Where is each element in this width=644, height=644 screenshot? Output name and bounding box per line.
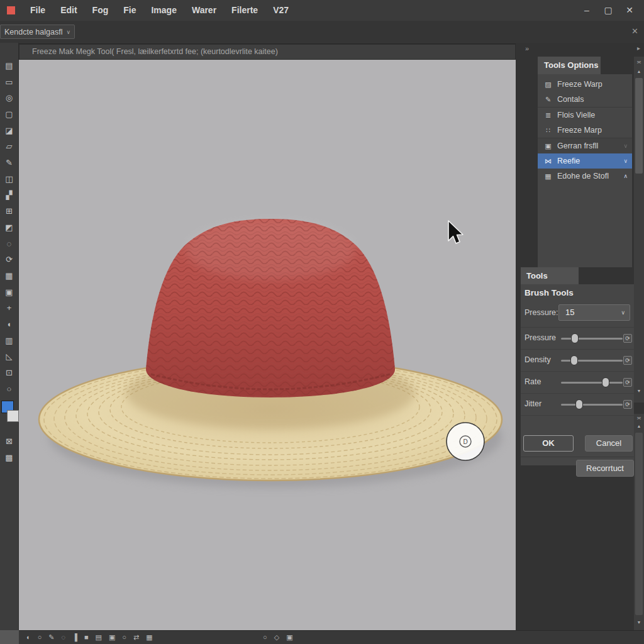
slider-track[interactable] <box>561 338 623 340</box>
chevron-icon[interactable]: ∧ <box>623 173 628 179</box>
scrollbar-top[interactable]: ≍ ▲ ▼ <box>634 57 644 402</box>
status-icon[interactable]: ◌ <box>62 630 66 644</box>
mask-tool-icon[interactable]: ▥ <box>0 333 19 349</box>
rotate-tool-icon[interactable]: ⟳ <box>0 252 19 268</box>
status-icon[interactable]: ▦ <box>146 630 152 644</box>
reconstruct-button[interactable]: Recorrtuct <box>576 460 634 477</box>
menu-fog[interactable]: Fog <box>85 0 116 21</box>
scroll-down-icon[interactable]: ▼ <box>634 389 644 393</box>
tool-item-reefie[interactable]: ⋈ Reefie ∨ <box>538 153 632 169</box>
slider-thumb[interactable] <box>602 377 609 387</box>
tool-item-contals[interactable]: ✎ Contals <box>538 92 632 108</box>
tool-item-flois-vielle[interactable]: ≣ Flois Vielle <box>538 108 632 123</box>
slider-track[interactable] <box>561 404 623 406</box>
maximize-button[interactable]: ▢ <box>597 0 619 21</box>
status-icon[interactable]: ◐ <box>26 630 31 644</box>
page-tool-icon[interactable]: ▱ <box>0 138 19 155</box>
status-icon[interactable]: ▣ <box>286 630 292 644</box>
smudge-tool-icon[interactable]: ◖ <box>0 316 19 333</box>
ruler-tool-icon[interactable]: ◺ <box>0 348 19 365</box>
slider-thumb[interactable] <box>571 333 579 343</box>
cancel-button[interactable]: Cancel <box>585 435 633 452</box>
grid-tool-icon[interactable]: ▦ <box>0 268 19 284</box>
brush-tools-heading: Brush Tools <box>525 288 574 297</box>
scroll-up-icon[interactable]: ▲ <box>634 69 644 74</box>
frame-tool-icon[interactable]: ▢ <box>0 106 19 123</box>
options-close-icon[interactable]: ✕ <box>631 26 638 36</box>
status-icon[interactable]: ▤ <box>96 630 102 644</box>
tool-item-freeze-marp[interactable]: ∷ Freeze Marp <box>538 123 632 138</box>
slider-jitter: Jitter ⟳ <box>521 394 634 416</box>
scrollbar-bottom[interactable]: ≍ ▲ ▼ <box>634 414 644 630</box>
menu-filerte[interactable]: Filerte <box>224 0 265 21</box>
roller-tool-icon[interactable]: ▭ <box>0 74 19 91</box>
tool-item-icon: ▦ <box>543 172 553 180</box>
status-icon[interactable]: ◇ <box>274 630 279 644</box>
scroll-down-icon[interactable]: ▼ <box>634 620 644 625</box>
status-icon[interactable]: ○ <box>38 630 42 644</box>
panel-flyout-icon[interactable]: ≍ <box>635 415 643 421</box>
panel-expand-icon[interactable]: ▸ <box>637 45 640 52</box>
swatch-tool-icon[interactable]: ▣ <box>0 284 19 301</box>
scrollbar-thumb[interactable] <box>635 78 643 174</box>
pressure-dropdown[interactable]: 15 ∨ <box>558 304 630 321</box>
slider-thumb[interactable] <box>575 399 583 409</box>
pattern-tool-icon[interactable]: ▩ <box>0 450 19 466</box>
zoom-box-tool-icon[interactable]: ◎ <box>0 90 19 106</box>
ok-button[interactable]: OK <box>523 435 574 452</box>
status-icon[interactable]: ▣ <box>109 630 115 644</box>
slider-reset-button[interactable]: ⟳ <box>623 400 632 409</box>
canvas[interactable]: D <box>19 60 516 630</box>
chevron-icon[interactable]: ∨ <box>623 143 628 149</box>
option-kendcte[interactable]: Kendcte halgasfl ∨ <box>0 25 75 39</box>
menu-v27[interactable]: V27 <box>265 0 296 21</box>
slider-reset-button[interactable]: ⟳ <box>623 356 632 365</box>
status-bar-corner <box>0 630 19 644</box>
move-tool-icon[interactable]: + <box>0 300 19 316</box>
menu-image[interactable]: Image <box>143 0 184 21</box>
minimize-button[interactable]: – <box>576 0 597 21</box>
panel-collapse-icon[interactable]: » <box>525 45 529 52</box>
bucket-tool-icon[interactable]: ▞ <box>0 187 19 204</box>
window-controls: – ▢ ✕ <box>576 0 640 21</box>
slider-reset-button[interactable]: ⟳ <box>623 334 632 343</box>
crop-tool-icon[interactable]: ⊞ <box>0 203 19 219</box>
menu-fie[interactable]: Fie <box>116 0 143 21</box>
status-icon[interactable]: ○ <box>263 630 267 644</box>
status-icon[interactable]: ▐ <box>72 630 77 644</box>
slider-track[interactable] <box>561 360 623 362</box>
eraser2-tool-icon[interactable]: ◩ <box>0 219 19 236</box>
tool-item-label: Edohe de Stofl <box>557 172 609 180</box>
knife-tool-icon[interactable]: ✎ <box>0 155 19 171</box>
menu-edit[interactable]: Edit <box>53 0 84 21</box>
tab-tools-options-bottom[interactable]: Tools Options <box>521 267 579 284</box>
status-icon[interactable]: ○ <box>122 630 126 644</box>
clone-tool-icon[interactable]: ◫ <box>0 171 19 187</box>
status-icon[interactable]: ⇄ <box>133 630 139 644</box>
stamp-tool-icon[interactable]: ⊡ <box>0 365 19 381</box>
panel-flyout-icon[interactable]: ≍ <box>635 59 643 65</box>
menu-warer[interactable]: Warer <box>184 0 224 21</box>
tool-item-edohe[interactable]: ▦ Edohe de Stofl ∧ <box>538 169 632 184</box>
slider-label: Density <box>525 355 551 364</box>
zoom-tool-icon[interactable]: ◌ <box>0 236 19 252</box>
close-button[interactable]: ✕ <box>619 0 640 21</box>
chevron-icon[interactable]: ∨ <box>623 158 628 164</box>
lasso-tool-icon[interactable]: ○ <box>0 381 19 397</box>
status-icon[interactable]: ✎ <box>48 630 54 644</box>
menu-file[interactable]: File <box>23 0 53 21</box>
slider-thumb[interactable] <box>570 355 578 365</box>
eraser-tool-icon[interactable]: ◪ <box>0 123 19 139</box>
export-tool-icon[interactable]: ⊠ <box>0 433 19 450</box>
tab-tools-options-top[interactable]: Tools Options <box>538 57 601 74</box>
status-icon[interactable]: ■ <box>84 630 89 644</box>
slider-reset-button[interactable]: ⟳ <box>623 378 632 387</box>
background-color-swatch[interactable] <box>7 410 19 422</box>
tool-item-icon: ≣ <box>543 111 553 119</box>
tool-item-freeze-warp[interactable]: ▨ Freeze Warp <box>538 77 632 92</box>
scroll-up-icon[interactable]: ▲ <box>634 424 644 428</box>
scrollbar-thumb[interactable] <box>635 433 643 615</box>
print-tool-icon[interactable]: ▤ <box>0 58 19 74</box>
slider-track[interactable] <box>561 382 623 384</box>
tool-item-gerran-frsfll[interactable]: ▣ Gerran frsfll ∨ <box>538 138 632 153</box>
